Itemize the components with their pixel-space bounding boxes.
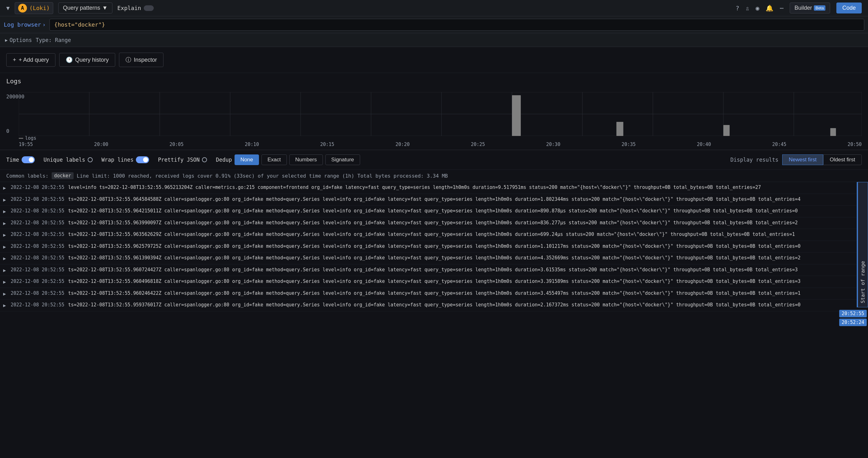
log-content: level=info ts=2022-12-08T13:52:55.965213… (68, 184, 868, 191)
x-label-1: 20:00 (94, 142, 108, 147)
help-icon[interactable]: ? (736, 4, 739, 12)
builder-button[interactable]: Builder Beta (790, 2, 830, 13)
log-row[interactable]: ▶ 2022-12-08 20:52:55 ts=2022-12-08T13:5… (0, 206, 868, 217)
collapse-icon[interactable]: ▼ (6, 5, 10, 11)
main-content: + + Add query 🕐 Query history ⓘ Inspecto… (0, 47, 868, 458)
log-row[interactable]: ▶ 2022-12-08 20:52:55 ts=2022-12-08T13:5… (0, 276, 868, 288)
code-label: Code (842, 5, 856, 11)
log-browser-label: Log browser (4, 21, 41, 28)
action-row: + + Add query 🕐 Query history ⓘ Inspecto… (0, 47, 868, 73)
query-patterns-button[interactable]: Query patterns ▼ (58, 2, 113, 13)
datasource-selector[interactable]: A (Loki) (15, 2, 53, 14)
log-row[interactable]: ▶ 2022-12-08 20:52:55 ts=2022-12-08T13:5… (0, 229, 868, 241)
range-indicator-group: Start of range (857, 182, 868, 307)
svg-rect-18 (723, 125, 730, 136)
view-icon[interactable]: ◉ (755, 4, 760, 12)
code-button[interactable]: Code (836, 2, 862, 13)
inspector-button[interactable]: ⓘ Inspector (119, 53, 163, 67)
log-timestamp: 2022-12-08 20:52:55 (11, 184, 64, 191)
time-toggle[interactable] (22, 156, 35, 163)
newest-first-button[interactable]: Newest first (782, 154, 823, 165)
x-label-7: 20:30 (546, 142, 560, 147)
explain-label: Explain (117, 5, 141, 11)
dedup-exact-button[interactable]: Exact (261, 154, 287, 165)
range-time-2: 20:52:24 (839, 318, 867, 326)
inspector-icon: ⓘ (126, 56, 131, 64)
x-label-5: 20:20 (396, 142, 410, 147)
dedup-signature-button[interactable]: Signature (326, 154, 360, 165)
log-row[interactable]: ▶ 2022-12-08 20:52:55 ts=2022-12-08T13:5… (0, 194, 868, 206)
expand-arrow-icon: ▶ (3, 255, 8, 262)
dedup-numbers-button[interactable]: Numbers (289, 154, 323, 165)
wrap-lines-toggle[interactable] (136, 156, 149, 163)
expand-arrow-icon: ▶ (3, 220, 8, 227)
start-of-range-panel: Start of range 20:52:55 20:52:24 (839, 182, 868, 326)
prettify-json-ctrl: Prettify JSON (158, 157, 207, 163)
log-timestamp: 2022-12-08 20:52:55 (11, 231, 64, 238)
dedup-label: Dedup (216, 157, 232, 163)
log-browser-link[interactable]: Log browser › (4, 21, 46, 28)
log-row[interactable]: ▶ 2022-12-08 20:52:55 ts=2022-12-08T13:5… (0, 252, 868, 265)
logs-section: Logs (0, 73, 868, 87)
x-label-10: 20:45 (772, 142, 786, 147)
log-timestamp: 2022-12-08 20:52:55 (11, 266, 64, 273)
log-timestamp: 2022-12-08 20:52:55 (11, 196, 64, 203)
x-label-11: 20:50 (848, 142, 862, 147)
chart-area: 200000 0 (0, 87, 868, 150)
builder-label: Builder (795, 5, 812, 11)
log-row[interactable]: ▶ 2022-12-08 20:52:55 ts=2022-12-08T13:5… (0, 300, 868, 311)
x-label-4: 20:15 (320, 142, 334, 147)
add-query-label: + Add query (19, 57, 49, 63)
log-row[interactable]: ▶ 2022-12-08 20:52:55 ts=2022-12-08T13:5… (0, 217, 868, 229)
x-label-3: 20:10 (245, 142, 259, 147)
arrow-right-icon: ▶ (5, 38, 7, 42)
log-timestamp: 2022-12-08 20:52:55 (11, 243, 64, 250)
bell-icon[interactable]: 🔔 (766, 4, 773, 12)
explain-group: Explain (117, 5, 154, 11)
display-results-group: Display results Newest first Oldest firs… (730, 154, 862, 165)
log-rows: ▶ 2022-12-08 20:52:55 level=info ts=2022… (0, 182, 868, 458)
more-icon[interactable]: ⋯ (780, 4, 783, 12)
add-query-button[interactable]: + + Add query (6, 53, 55, 67)
logs-title: Logs (0, 73, 868, 87)
share-icon[interactable]: ⇫ (746, 4, 749, 12)
svg-rect-19 (830, 128, 836, 136)
log-row[interactable]: ▶ 2022-12-08 20:52:55 ts=2022-12-08T13:5… (0, 288, 868, 300)
log-row[interactable]: ▶ 2022-12-08 20:52:55 ts=2022-12-08T13:5… (0, 265, 868, 276)
log-row[interactable]: ▶ 2022-12-08 20:52:55 level=info ts=2022… (0, 182, 868, 194)
expand-arrow-icon: ▶ (3, 208, 8, 215)
x-label-2: 20:05 (169, 142, 184, 147)
top-bar-left: ▼ A (Loki) Query patterns ▼ Explain (6, 2, 154, 14)
query-history-button[interactable]: 🕐 Query history (59, 53, 115, 67)
expand-arrow-icon: ▶ (3, 232, 8, 239)
oldest-first-button[interactable]: Oldest first (823, 154, 862, 165)
prettify-json-radio[interactable] (202, 157, 207, 162)
query-input[interactable] (50, 19, 864, 31)
query-history-label: Query history (75, 57, 108, 63)
query-patterns-label: Query patterns (63, 5, 100, 11)
log-row[interactable]: ▶ 2022-12-08 20:52:55 ts=2022-12-08T13:5… (0, 241, 868, 253)
add-icon: + (13, 57, 16, 63)
dedup-ctrl: Dedup None Exact Numbers Signature (216, 154, 360, 165)
dedup-none-button[interactable]: None (235, 154, 259, 165)
unique-labels-label: Unique labels (43, 157, 85, 163)
log-timestamp: 2022-12-08 20:52:55 (11, 207, 64, 215)
expand-arrow-icon: ▶ (3, 278, 8, 286)
controls-row: Time Unique labels Wrap lines Prettify J… (0, 150, 868, 170)
history-icon: 🕐 (66, 56, 73, 63)
chevron-down-icon: ▼ (102, 5, 108, 11)
log-timestamp: 2022-12-08 20:52:55 (11, 301, 64, 309)
log-content: ts=2022-12-08T13:52:55.960496818Z caller… (68, 278, 868, 285)
options-toggle[interactable]: ▶ Options (5, 37, 32, 43)
expand-arrow-icon: ▶ (3, 291, 8, 298)
legend-dot-icon (19, 138, 23, 139)
expand-arrow-icon: ▶ (3, 185, 8, 192)
chevron-right-icon: › (42, 21, 46, 28)
status-bar: Common labels: docker Line limit: 1000 r… (0, 170, 868, 182)
log-content: ts=2022-12-08T13:52:55.962579725Z caller… (68, 243, 868, 250)
log-content: ts=2022-12-08T13:52:55.964584588Z caller… (68, 196, 868, 203)
explain-toggle[interactable] (144, 5, 154, 11)
expand-arrow-icon: ▶ (3, 302, 8, 309)
unique-labels-radio[interactable] (88, 157, 93, 162)
chart-legend: logs (19, 135, 36, 141)
